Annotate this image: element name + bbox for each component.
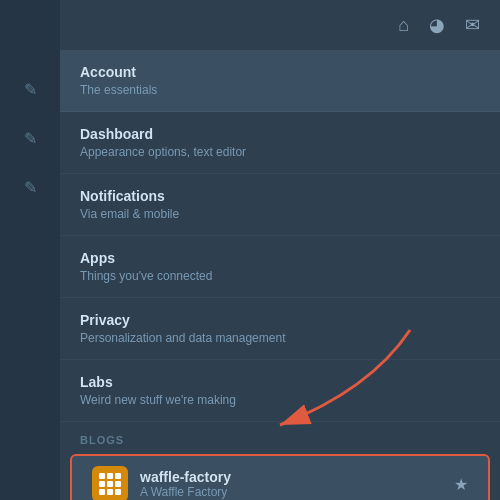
menu-item-notifications-subtitle: Via email & mobile xyxy=(80,207,480,221)
blogs-section-label: BLOGS xyxy=(60,422,500,450)
menu-item-apps-subtitle: Things you've connected xyxy=(80,269,480,283)
menu-item-dashboard-title: Dashboard xyxy=(80,126,480,142)
edit-icon-2[interactable]: ✎ xyxy=(24,129,37,148)
blog-icon xyxy=(92,466,128,500)
star-icon[interactable]: ★ xyxy=(454,475,468,494)
menu-item-privacy[interactable]: Privacy Personalization and data managem… xyxy=(60,298,500,360)
menu-item-labs-title: Labs xyxy=(80,374,480,390)
menu-item-privacy-subtitle: Personalization and data management xyxy=(80,331,480,345)
menu-item-notifications[interactable]: Notifications Via email & mobile xyxy=(60,174,500,236)
mail-icon[interactable]: ✉ xyxy=(465,14,480,36)
main-content: Account The essentials Dashboard Appeara… xyxy=(60,50,500,500)
menu-item-notifications-title: Notifications xyxy=(80,188,480,204)
home-icon[interactable]: ⌂ xyxy=(398,15,409,36)
edit-icon-1[interactable]: ✎ xyxy=(24,80,37,99)
top-bar: ⌂ ◕ ✉ xyxy=(80,0,500,50)
blog-display-name: A Waffle Factory xyxy=(140,485,454,499)
menu-item-account[interactable]: Account The essentials xyxy=(60,50,500,112)
waffle-icon xyxy=(99,473,121,495)
menu-item-account-subtitle: The essentials xyxy=(80,83,480,97)
menu-item-account-title: Account xyxy=(80,64,480,80)
blog-item-waffle-factory[interactable]: waffle-factory A Waffle Factory ★ xyxy=(70,454,490,500)
menu-item-dashboard[interactable]: Dashboard Appearance options, text edito… xyxy=(60,112,500,174)
blog-info: waffle-factory A Waffle Factory xyxy=(140,469,454,499)
blog-name: waffle-factory xyxy=(140,469,454,485)
menu-item-labs[interactable]: Labs Weird new stuff we're making xyxy=(60,360,500,422)
edit-icon-3[interactable]: ✎ xyxy=(24,178,37,197)
menu-item-apps[interactable]: Apps Things you've connected xyxy=(60,236,500,298)
left-sidebar: ✎ ✎ ✎ xyxy=(0,0,60,500)
menu-item-labs-subtitle: Weird new stuff we're making xyxy=(80,393,480,407)
compass-icon[interactable]: ◕ xyxy=(429,14,445,36)
menu-item-privacy-title: Privacy xyxy=(80,312,480,328)
menu-item-apps-title: Apps xyxy=(80,250,480,266)
menu-item-dashboard-subtitle: Appearance options, text editor xyxy=(80,145,480,159)
